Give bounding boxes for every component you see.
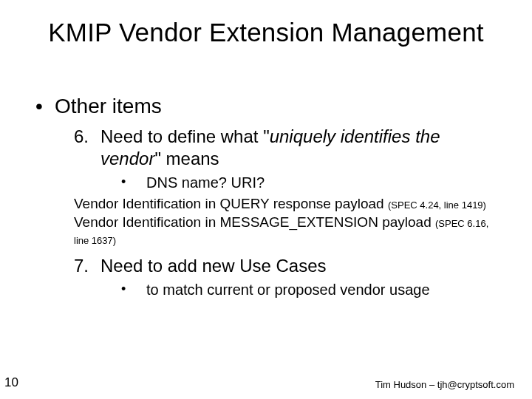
item-6-sub: DNS name? URI? bbox=[35, 174, 502, 191]
bullet-other-items: Other items bbox=[35, 95, 502, 118]
item-6-note-1: Vendor Identification in QUERY response … bbox=[74, 196, 502, 213]
note-1-spec: (SPEC 4.24, line 1419) bbox=[388, 200, 486, 211]
footer-author: Tim Hudson – tjh@cryptsoft.com bbox=[375, 379, 514, 390]
note-2-text: Vendor Identification in MESSAGE_EXTENSI… bbox=[74, 214, 435, 230]
item-7-number: 7. bbox=[74, 255, 89, 277]
page-number: 10 bbox=[4, 375, 18, 390]
slide: KMIP Vendor Extension Management Other i… bbox=[0, 0, 532, 399]
note-1-text: Vendor Identification in QUERY response … bbox=[74, 196, 388, 211]
item-6-text-b: " means bbox=[154, 149, 219, 168]
item-6-number: 6. bbox=[74, 126, 89, 148]
slide-body: Other items 6. Need to define what "uniq… bbox=[35, 95, 502, 303]
item-7-text: Need to add new Use Cases bbox=[100, 256, 327, 276]
item-6-note-2: Vendor Identification in MESSAGE_EXTENSI… bbox=[74, 214, 502, 248]
item-6: 6. Need to define what "uniquely identif… bbox=[35, 126, 502, 170]
item-6-text-a: Need to define what " bbox=[100, 126, 270, 146]
slide-title: KMIP Vendor Extension Management bbox=[0, 18, 532, 47]
item-7: 7. Need to add new Use Cases bbox=[35, 255, 502, 277]
item-7-sub: to match current or proposed vendor usag… bbox=[35, 282, 502, 299]
